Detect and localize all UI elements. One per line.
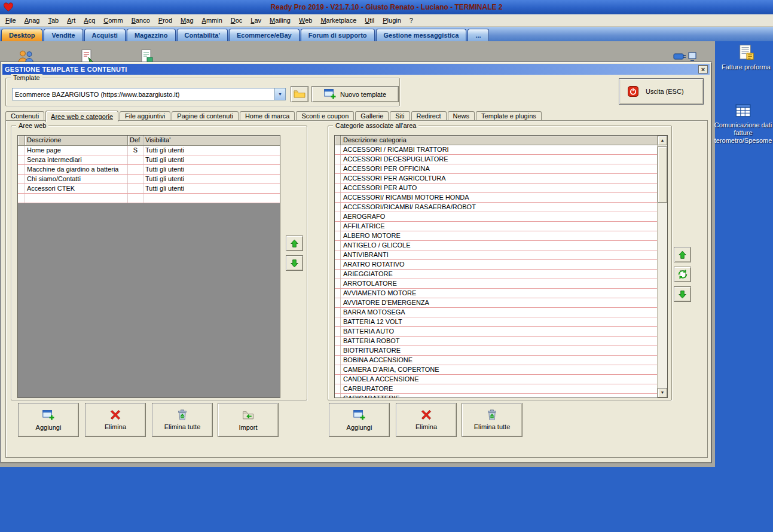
desktop-icon-fatture-proforma[interactable]: Fatture proforma: [719, 44, 773, 71]
categoria-refresh-button[interactable]: [674, 267, 691, 282]
menu-item-doc[interactable]: Doc: [227, 15, 247, 26]
categoria-row[interactable]: ARATRO ROTATIVO: [335, 260, 657, 270]
aree-web-row[interactable]: Home pageSTutti gli utenti: [18, 146, 280, 155]
aree-web-row[interactable]: Macchine da giardino a batteriaTutti gli…: [18, 165, 280, 175]
scroll-down-icon[interactable]: ▼: [658, 388, 667, 398]
dialog-tab-gallerie[interactable]: Gallerie: [355, 111, 389, 121]
main-tab-ecommerce-ebay[interactable]: Ecommerce/eBay: [229, 29, 300, 41]
uscita-button[interactable]: Uscita (ESC): [619, 78, 704, 105]
aree-move-up-button[interactable]: [286, 236, 303, 251]
dialog-tab-home-di-marca[interactable]: Home di marca: [240, 111, 295, 121]
menu-item-plugin[interactable]: Plugin: [378, 15, 405, 26]
main-tab-desktop[interactable]: Desktop: [1, 29, 42, 41]
desktop-icon-comunicazione-dati[interactable]: Comunicazione dati fatture terometro/Spe…: [714, 102, 772, 145]
main-tab-vendite[interactable]: Vendite: [44, 29, 83, 41]
menu-item-util[interactable]: Util: [360, 15, 378, 26]
dialog-tab-siti[interactable]: Siti: [390, 111, 410, 121]
categoria-row[interactable]: CAMERA D'ARIA, COPERTONE: [335, 365, 657, 375]
menu-item-file[interactable]: File: [1, 15, 20, 26]
menu-item-acq[interactable]: Acq: [80, 15, 99, 26]
aree-web-row[interactable]: Chi siamo/ContattiTutti gli utenti: [18, 175, 280, 184]
aree-move-down-button[interactable]: [286, 255, 303, 271]
aree-web-row[interactable]: [18, 194, 280, 203]
categoria-row[interactable]: AVVIATORE D'EMERGENZA: [335, 298, 657, 308]
aree-aggiungi-button[interactable]: Aggiungi: [18, 403, 79, 437]
categoria-row[interactable]: ALBERO MOTORE: [335, 231, 657, 241]
categorie-elimina-tutte-button[interactable]: Elimina tutte: [462, 403, 523, 437]
nuovo-template-button[interactable]: Nuovo template: [311, 86, 399, 102]
open-folder-button[interactable]: [291, 86, 308, 102]
menu-item-comm[interactable]: Comm: [99, 15, 127, 26]
categoria-row[interactable]: BOBINA ACCENSIONE: [335, 356, 657, 365]
categoria-row[interactable]: AFFILATRICE: [335, 222, 657, 231]
categoria-row[interactable]: ARROTOLATORE: [335, 279, 657, 289]
categoria-row[interactable]: ACCESSORI DECESPUGLIATORE: [335, 155, 657, 164]
categoria-row[interactable]: BIOTRITURATORE: [335, 346, 657, 356]
menu-item-lav[interactable]: Lav: [246, 15, 265, 26]
categoria-move-up-button[interactable]: [674, 247, 691, 262]
categoria-row[interactable]: ACCESSORI PER OFFICINA: [335, 164, 657, 174]
dialog-tab-redirect[interactable]: Redirect: [411, 111, 447, 121]
menu-item-anag[interactable]: Anag: [20, 15, 44, 26]
menu-item-item[interactable]: ?: [405, 15, 417, 26]
main-tab-contabilita[interactable]: Contabilita': [177, 29, 228, 41]
categoria-row[interactable]: AEROGRAFO: [335, 212, 657, 222]
menu-item-ammin[interactable]: Ammin: [198, 15, 227, 26]
categoria-row[interactable]: ARIEGGIATORE: [335, 270, 657, 279]
categoria-row[interactable]: CANDELA ACCENSIONE: [335, 375, 657, 384]
categoria-row[interactable]: AVVIAMENTO MOTORE: [335, 289, 657, 298]
main-tab-acquisti[interactable]: Acquisti: [84, 29, 126, 41]
categorie-elimina-button[interactable]: Elimina: [396, 403, 457, 437]
template-combobox[interactable]: Ecommerce BAZARGIUSTO (https://www.bazar…: [12, 88, 286, 100]
scrollbar-thumb[interactable]: [658, 146, 667, 203]
aree-web-row[interactable]: Senza intermediariTutti gli utenti: [18, 155, 280, 165]
menu-item-banco[interactable]: Banco: [127, 15, 154, 26]
contacts-people-icon[interactable]: [17, 50, 35, 63]
main-tab-forum-di-supporto[interactable]: Forum di supporto: [301, 29, 375, 41]
header-descrizione-categoria[interactable]: Descrizione categoria: [341, 136, 657, 145]
connection-plug-icon[interactable]: [673, 51, 697, 62]
dialog-tab-pagine-di-contenuti[interactable]: Pagine di contenuti: [172, 111, 239, 121]
dialog-tab-contenuti[interactable]: Contenuti: [5, 111, 44, 121]
categoria-row[interactable]: BARRA MOTOSEGA: [335, 308, 657, 317]
categoria-row[interactable]: CARBURATORE: [335, 384, 657, 394]
dialog-tab-file-aggiuntivi[interactable]: File aggiuntivi: [120, 111, 170, 121]
chevron-down-icon[interactable]: ▼: [274, 88, 285, 100]
menu-item-marketplace[interactable]: Marketplace: [316, 15, 360, 26]
categoria-row[interactable]: ANTIGELO / GLICOLE: [335, 241, 657, 250]
main-tab-gestione-messaggistica[interactable]: Gestione messaggistica: [376, 29, 467, 41]
categoria-row[interactable]: ACCESSORI PER AUTO: [335, 184, 657, 193]
categoria-row[interactable]: ACCESSORI / RICAMBI TRATTORI: [335, 145, 657, 155]
categoria-row[interactable]: CARICABATTERIE: [335, 394, 657, 398]
header-visibilita[interactable]: Visibilita': [143, 136, 280, 146]
aree-import-button[interactable]: Import: [218, 403, 279, 437]
categoria-row[interactable]: BATTERIA 12 VOLT: [335, 317, 657, 327]
menu-item-art[interactable]: Art: [63, 15, 80, 26]
categoria-row[interactable]: ANTIVIBRANTI: [335, 250, 657, 260]
categoria-row[interactable]: ACCESSORI/ RICAMBI MOTORE HONDA: [335, 193, 657, 203]
aree-elimina-button[interactable]: Elimina: [85, 403, 146, 437]
main-tab-magazzino[interactable]: Magazzino: [127, 29, 176, 41]
categorie-aggiungi-button[interactable]: Aggiungi: [329, 403, 390, 437]
menu-item-mailing[interactable]: Mailing: [265, 15, 295, 26]
scroll-up-icon[interactable]: ▲: [658, 136, 667, 145]
dialog-tab-news[interactable]: News: [448, 111, 475, 121]
header-descrizione[interactable]: Descrizione: [25, 136, 128, 146]
menu-item-prod[interactable]: Prod: [154, 15, 176, 26]
menu-item-web[interactable]: Web: [295, 15, 316, 26]
categoria-row[interactable]: ACCESSORI/RICAMBI/ RASAERBA/ROBOT: [335, 203, 657, 212]
categoria-move-down-button[interactable]: [674, 286, 691, 302]
dialog-tab-sconti-e-coupon[interactable]: Sconti e coupon: [296, 111, 354, 121]
aree-elimina-tutte-button[interactable]: Elimina tutte: [152, 403, 213, 437]
categoria-row[interactable]: BATTERIA ROBOT: [335, 337, 657, 346]
menu-item-mag[interactable]: Mag: [176, 15, 197, 26]
dialog-tab-aree-web-e-categorie[interactable]: Aree web e categorie: [45, 111, 118, 122]
menu-item-tab[interactable]: Tab: [44, 15, 63, 26]
main-tab-item[interactable]: ...: [468, 29, 488, 41]
dialog-tab-template-e-plugins[interactable]: Template e plugins: [476, 111, 542, 121]
close-icon[interactable]: ×: [698, 65, 708, 74]
header-def[interactable]: Def: [128, 136, 143, 146]
aree-web-row[interactable]: Accessori CTEKTutti gli utenti: [18, 184, 280, 194]
categoria-row[interactable]: ACCESSORI PER AGRICOLTURA: [335, 174, 657, 184]
vertical-scrollbar[interactable]: ▲ ▼: [657, 136, 667, 398]
